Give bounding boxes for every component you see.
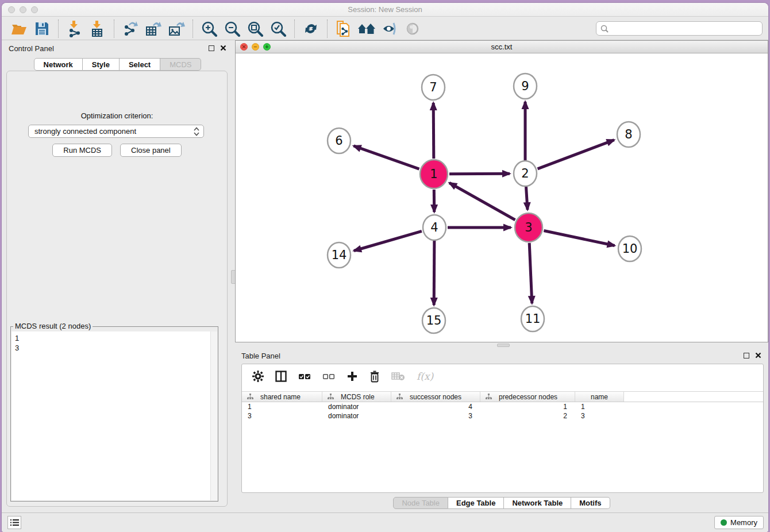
hide-panels-icon[interactable]	[378, 19, 401, 38]
zoom-fit-icon[interactable]	[244, 19, 267, 38]
float-panel-icon[interactable]	[209, 45, 214, 51]
graph-node-6[interactable]: 6	[328, 128, 351, 153]
splitter-grip[interactable]	[497, 344, 510, 347]
tab-network[interactable]: Network	[34, 58, 83, 71]
zoom-out-icon[interactable]	[221, 19, 244, 38]
table-cell[interactable]: 3	[242, 411, 322, 421]
table-cell[interactable]: 1	[242, 402, 322, 411]
graph-node-14[interactable]: 14	[328, 242, 351, 268]
graph-edge-4-15[interactable]	[434, 241, 434, 305]
table-cell[interactable]: 3	[575, 411, 624, 421]
gear-icon[interactable]	[252, 371, 264, 382]
graph-node-7[interactable]: 7	[422, 75, 445, 100]
graph-node-label: 3	[525, 221, 532, 234]
delete-column-icon[interactable]	[369, 371, 380, 383]
run-mcds-button[interactable]: Run MCDS	[52, 144, 112, 157]
result-scrollbar[interactable]	[210, 331, 217, 500]
tab-node-table[interactable]: Node Table	[393, 497, 448, 509]
tab-style[interactable]: Style	[83, 58, 120, 71]
duplicate-network-icon[interactable]	[332, 19, 355, 38]
network-graph[interactable]: 1234678910111415	[236, 53, 768, 342]
graph-node-11[interactable]: 11	[521, 306, 544, 331]
table-cell[interactable]: 1	[480, 402, 575, 411]
mcds-result-text[interactable]: 1 3	[15, 333, 208, 499]
home-icon[interactable]	[355, 19, 378, 38]
tab-network-table[interactable]: Network Table	[504, 497, 571, 509]
table-row[interactable]: 1dominator411	[242, 402, 763, 411]
column-header-spacer	[624, 392, 763, 402]
select-all-icon[interactable]	[298, 372, 311, 381]
memory-button[interactable]: Memory	[714, 516, 764, 529]
graph-node-10[interactable]: 10	[618, 236, 641, 261]
graph-node-3[interactable]: 3	[515, 213, 542, 242]
table-cell[interactable]: 4	[391, 402, 480, 411]
graph-edge-1-7[interactable]	[433, 103, 434, 159]
table-cell[interactable]: dominator	[322, 411, 391, 421]
network-canvas[interactable]: 1234678910111415	[236, 53, 768, 342]
tab-motifs[interactable]: Motifs	[571, 497, 610, 509]
column-header-shared-name[interactable]: shared name	[242, 392, 322, 402]
graph-node-label: 7	[429, 80, 437, 94]
table-row[interactable]: 3dominator323	[242, 411, 763, 421]
criterion-select[interactable]: strongly connected component	[28, 125, 204, 138]
graph-edge-4-14[interactable]	[354, 231, 422, 250]
export-network-icon[interactable]	[119, 19, 142, 38]
graph-node-2[interactable]: 2	[514, 161, 537, 186]
graph-node-9[interactable]: 9	[514, 74, 537, 99]
mcds-panel: Optimization criterion: strongly connect…	[6, 71, 228, 507]
refresh-icon[interactable]	[299, 19, 322, 38]
graph-node-label: 11	[525, 312, 541, 326]
tab-select[interactable]: Select	[120, 58, 160, 71]
graph-edge-2-8[interactable]	[538, 140, 614, 169]
import-table-icon[interactable]	[86, 19, 109, 38]
import-network-icon[interactable]	[63, 19, 86, 38]
zoom-selected-icon[interactable]	[267, 19, 290, 38]
table-cell[interactable]: 3	[391, 411, 480, 421]
save-session-icon[interactable]	[30, 19, 53, 38]
optimization-criterion-label: Optimization criterion:	[7, 111, 227, 120]
add-column-icon[interactable]	[346, 371, 358, 382]
columns-icon[interactable]	[275, 371, 287, 382]
graph-node-label: 8	[625, 128, 632, 141]
graph-edge-3-1[interactable]	[449, 183, 515, 220]
eye-disabled-icon	[401, 19, 424, 38]
table-body: 1dominator4113dominator323	[242, 402, 763, 421]
column-header-name[interactable]: name	[575, 392, 624, 402]
horizontal-splitter[interactable]	[235, 342, 768, 348]
table-panel-title: Table Panel	[241, 352, 280, 360]
column-header-predecessor-nodes[interactable]: predecessor nodes	[480, 392, 575, 402]
search-input[interactable]	[609, 23, 762, 34]
network-view-titlebar: ✕ − + scc.txt	[236, 41, 768, 53]
window-title: Session: New Session	[2, 5, 768, 14]
graph-edge-2-3[interactable]	[526, 187, 528, 210]
graph-edge-1-6[interactable]	[353, 146, 419, 169]
zoom-in-icon[interactable]	[198, 19, 221, 38]
unselect-all-icon[interactable]	[322, 372, 335, 381]
graph-edge-3-11[interactable]	[529, 243, 532, 303]
graph-edge-1-2[interactable]	[449, 174, 510, 174]
tab-edge-table[interactable]: Edge Table	[448, 497, 504, 509]
table-panel-tabs: Node TableEdge TableNetwork TableMotifs	[235, 497, 768, 509]
table-cell[interactable]: 1	[575, 402, 624, 411]
graph-node-4[interactable]: 4	[423, 215, 446, 240]
close-panel-button[interactable]: Close panel	[120, 144, 182, 157]
column-header-mcds-role[interactable]: MCDS role	[322, 392, 391, 402]
toolbar-separator	[294, 20, 295, 38]
graph-edge-3-10[interactable]	[544, 231, 614, 246]
table-cell[interactable]: 2	[480, 411, 575, 421]
delete-table-icon	[391, 371, 405, 381]
table-cell[interactable]: dominator	[322, 402, 391, 411]
graph-node-1[interactable]: 1	[420, 160, 448, 188]
export-table-icon[interactable]	[142, 19, 165, 38]
open-session-icon[interactable]	[7, 19, 30, 38]
close-panel-icon[interactable]	[755, 352, 761, 358]
tab-mcds[interactable]: MCDS	[160, 58, 201, 71]
export-image-icon[interactable]	[165, 19, 188, 38]
mcds-buttons: Run MCDS Close panel	[7, 144, 227, 157]
float-panel-icon[interactable]	[744, 353, 749, 358]
close-panel-icon[interactable]	[220, 45, 226, 51]
column-header-successor-nodes[interactable]: successor nodes	[391, 392, 480, 402]
task-history-button[interactable]	[7, 516, 21, 529]
graph-node-8[interactable]: 8	[617, 122, 640, 147]
graph-node-15[interactable]: 15	[422, 308, 445, 333]
